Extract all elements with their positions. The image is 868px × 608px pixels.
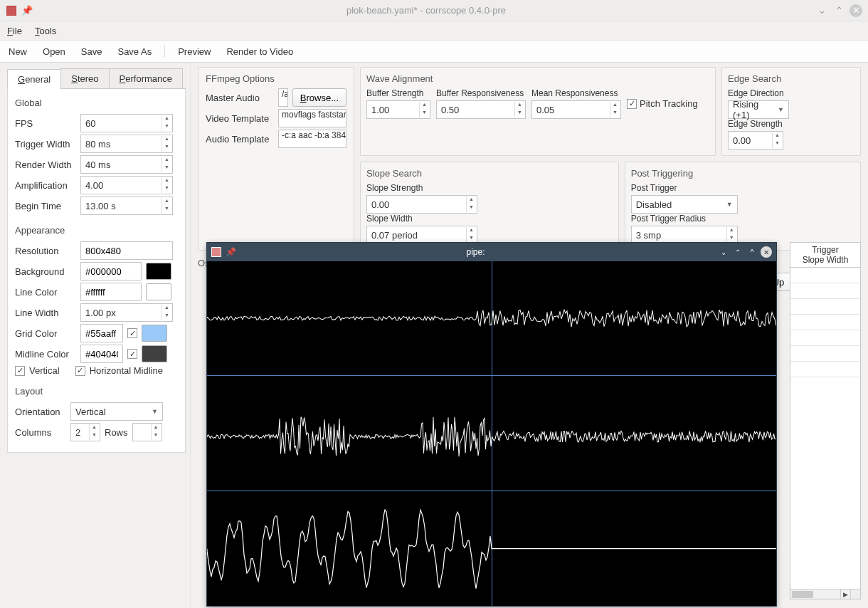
ffmpeg-panel: FFmpeg Options Master Audio /av Browse..… xyxy=(198,67,354,251)
toolbar-preview[interactable]: Preview xyxy=(175,44,213,59)
menu-bar: File Tools xyxy=(0,21,868,40)
edge-direction-select[interactable]: Rising (+1)▼ xyxy=(728,100,789,119)
left-panel: General Stereo Performance Global FPS 60… xyxy=(0,63,191,608)
toolbar-new[interactable]: New xyxy=(6,44,30,59)
tabs: General Stereo Performance xyxy=(7,68,186,89)
oscilloscope-app-icon xyxy=(211,247,221,257)
post-trigger-label: Post Trigger xyxy=(631,183,854,193)
slope-width-label: Slope Width xyxy=(366,214,613,224)
toolbar-save[interactable]: Save xyxy=(78,44,105,59)
table-row[interactable] xyxy=(790,299,860,315)
vertical-label: Vertical xyxy=(29,365,60,376)
table-row[interactable] xyxy=(790,268,860,283)
svg-rect-0 xyxy=(6,6,16,16)
slope-strength-input[interactable]: 0.00▲▼ xyxy=(366,195,477,214)
edge-search-title: Edge Search xyxy=(728,73,854,84)
channel-table-header: Trigger Slope Width xyxy=(790,243,860,268)
channel-table: Trigger Slope Width ▶ xyxy=(790,242,861,599)
maximize-icon[interactable]: ⌃ xyxy=(832,4,845,17)
oscilloscope-titlebar[interactable]: 📌 pipe: ⌄ ⌃ ^ ✕ xyxy=(207,243,776,261)
horizontal-midline-checkbox[interactable]: ✓ xyxy=(75,366,85,376)
buffer-strength-input[interactable]: 1.00▲▼ xyxy=(366,100,430,119)
slope-strength-label: Slope Strength xyxy=(366,183,613,193)
video-template-input[interactable]: movflags faststart xyxy=(278,109,346,127)
amplification-input[interactable]: 4.00▲▼ xyxy=(80,176,173,194)
toolbar-render[interactable]: Render to Video xyxy=(223,44,296,59)
audio-template-label: Audio Template xyxy=(206,134,274,145)
ffmpeg-title: FFmpeg Options xyxy=(206,73,346,84)
tab-general[interactable]: General xyxy=(7,69,61,89)
oscilloscope-title: pipe: xyxy=(236,247,715,257)
master-audio-input[interactable]: /av xyxy=(278,88,288,107)
horizontal-midline-label: Horizontal Midline xyxy=(90,365,163,376)
grid-color-checkbox[interactable]: ✓ xyxy=(127,328,137,338)
line-width-input[interactable]: 1.00 px▲▼ xyxy=(80,303,173,322)
fps-input[interactable]: 60▲▼ xyxy=(80,114,173,132)
oscilloscope-collapse-icon[interactable]: ⌄ xyxy=(718,246,729,258)
midline-color-input[interactable] xyxy=(80,345,123,363)
background-input[interactable] xyxy=(80,262,142,281)
minimize-icon[interactable]: ⌄ xyxy=(815,4,828,17)
wave-alignment-panel: Wave Alignment Buffer Strength 1.00▲▼ Bu… xyxy=(360,67,716,156)
orientation-select[interactable]: Vertical▼ xyxy=(70,402,163,421)
general-group: Global FPS 60▲▼ Trigger Width 80 ms▲▼ Re… xyxy=(7,89,186,453)
grid-color-label: Grid Color xyxy=(15,328,76,339)
table-row[interactable] xyxy=(790,346,860,362)
wave-alignment-title: Wave Alignment xyxy=(366,73,709,84)
toolbar-open[interactable]: Open xyxy=(40,44,68,59)
slope-search-panel: Slope Search Slope Strength 0.00▲▼ Slope… xyxy=(360,162,619,251)
line-color-input[interactable] xyxy=(80,283,142,301)
oscilloscope-close-icon[interactable]: ✕ xyxy=(761,246,772,258)
oscilloscope-window: 📌 pipe: ⌄ ⌃ ^ ✕ xyxy=(206,242,777,607)
resolution-label: Resolution xyxy=(15,246,76,256)
toolbar-separator xyxy=(164,45,165,58)
table-row[interactable] xyxy=(790,362,860,377)
resolution-input[interactable] xyxy=(80,241,173,260)
midline-color-swatch[interactable] xyxy=(142,345,167,362)
trigger-width-label: Trigger Width xyxy=(15,139,76,150)
fps-label: FPS xyxy=(15,118,76,129)
slope-search-title: Slope Search xyxy=(366,168,613,179)
pitch-tracking-checkbox[interactable]: ✓ xyxy=(627,99,637,109)
table-row[interactable] xyxy=(790,283,860,299)
grid-color-input[interactable] xyxy=(80,324,123,342)
browse-button[interactable]: Browse... xyxy=(292,88,346,107)
columns-label: Columns xyxy=(15,427,66,438)
line-color-label: Line Color xyxy=(15,287,76,298)
begin-time-input[interactable]: 13.00 s▲▼ xyxy=(80,196,173,215)
background-swatch[interactable] xyxy=(146,263,171,280)
pin-icon[interactable]: 📌 xyxy=(21,5,33,16)
tab-performance[interactable]: Performance xyxy=(109,68,183,88)
menu-file[interactable]: File xyxy=(7,26,22,36)
pitch-tracking-label: Pitch Tracking xyxy=(640,98,698,109)
buffer-resp-label: Buffer Responsiveness xyxy=(436,88,526,98)
edge-strength-input[interactable]: 0.00▲▼ xyxy=(728,131,783,150)
trigger-width-input[interactable]: 80 ms▲▼ xyxy=(80,135,173,153)
mean-resp-input[interactable]: 0.05▲▼ xyxy=(531,100,621,119)
line-color-swatch[interactable] xyxy=(146,283,171,300)
buffer-resp-input[interactable]: 0.50▲▼ xyxy=(436,100,526,119)
oscilloscope-channel-3 xyxy=(207,491,776,606)
close-icon[interactable]: ✕ xyxy=(850,4,862,17)
toolbar-save-as[interactable]: Save As xyxy=(115,44,154,59)
audio-template-input[interactable]: -c:a aac -b:a 384k xyxy=(278,130,346,148)
post-trigger-select[interactable]: Disabled▼ xyxy=(631,195,738,214)
window-title: plok-beach.yaml* - corrscope 0.4.0-pre xyxy=(37,5,815,16)
amplification-label: Amplification xyxy=(15,180,76,191)
table-row[interactable] xyxy=(790,315,860,330)
oscilloscope-expand-icon[interactable]: ⌃ xyxy=(732,246,743,258)
vertical-checkbox[interactable]: ✓ xyxy=(15,366,25,376)
oscilloscope-pin-icon[interactable]: 📌 xyxy=(226,247,236,257)
master-audio-label: Master Audio xyxy=(206,93,274,103)
horizontal-scrollbar[interactable]: ▶ xyxy=(790,589,850,599)
rows-input[interactable]: ▲▼ xyxy=(132,423,162,441)
menu-tools[interactable]: Tools xyxy=(35,26,56,36)
table-row[interactable] xyxy=(790,330,860,346)
rows-label: Rows xyxy=(105,427,128,438)
oscilloscope-up-icon[interactable]: ^ xyxy=(746,246,758,258)
render-width-input[interactable]: 40 ms▲▼ xyxy=(80,155,173,174)
columns-input[interactable]: 2▲▼ xyxy=(70,423,100,441)
midline-color-checkbox[interactable]: ✓ xyxy=(127,349,137,359)
grid-color-swatch[interactable] xyxy=(142,325,167,342)
tab-stereo[interactable]: Stereo xyxy=(60,68,109,88)
